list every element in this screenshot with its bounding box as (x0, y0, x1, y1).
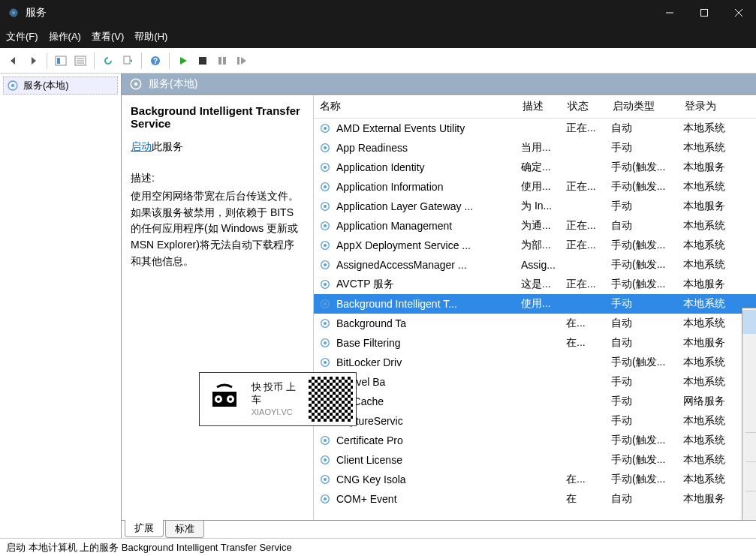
cell-startup-type: 自动 (611, 317, 683, 330)
menu-view[interactable]: 查看(V) (92, 30, 124, 44)
table-row[interactable]: Background Ta在...自动本地系统 (314, 314, 756, 333)
menu-file[interactable]: 文件(F) (6, 30, 38, 44)
cell-name: nchCache (336, 395, 521, 407)
gear-icon (7, 80, 19, 92)
tab-extended[interactable]: 扩展 (125, 520, 164, 537)
ctx-start[interactable]: 启动(S) (742, 310, 756, 334)
help-button[interactable]: ? (146, 52, 164, 70)
col-header-status[interactable]: 状态 (562, 95, 607, 118)
tab-standard[interactable]: 标准 (165, 521, 204, 538)
svg-point-21 (134, 82, 138, 86)
cell-startup-type: 手动 (611, 297, 683, 311)
cell-name: Application Layer Gateway ... (336, 200, 521, 212)
menu-help[interactable]: 帮助(H) (134, 30, 167, 44)
table-row[interactable]: Certificate Pro手动(触发...本地系统 (314, 431, 756, 450)
col-header-start[interactable]: 启动类型 (607, 95, 679, 118)
tree-item-services-local[interactable]: 服务(本地) (3, 77, 118, 95)
show-hide-console-button[interactable] (52, 52, 70, 70)
svg-point-25 (324, 146, 327, 149)
svg-point-55 (324, 439, 327, 442)
cell-description: 确定... (521, 161, 566, 174)
table-row[interactable]: COM+ Event在自动本地服务 (314, 489, 756, 509)
start-link[interactable]: 启动 (131, 140, 152, 152)
detail-title: Background Intelligent Transfer Service (131, 104, 304, 130)
col-header-desc[interactable]: 描述 (517, 95, 562, 118)
titlebar: 服务 (0, 0, 756, 26)
table-row[interactable]: AppX Deployment Service ...为部...正在...手动(… (314, 236, 756, 255)
app-icon (8, 7, 20, 19)
cell-description: 使用... (521, 297, 566, 311)
table-row[interactable]: AVCTP 服务这是...正在...手动(触发...本地服务 (314, 275, 756, 294)
minimize-button[interactable] (652, 0, 687, 26)
cell-status: 在 (566, 492, 611, 506)
table-row[interactable]: Application Identity确定...手动(触发...本地服务 (314, 158, 756, 177)
cell-name: k Level Ba (336, 376, 521, 388)
table-row[interactable]: Application Information使用...正在...手动(触发..… (314, 177, 756, 197)
svg-point-29 (324, 185, 327, 188)
cell-startup-type: 手动(触发... (611, 453, 683, 467)
table-row[interactable]: App Readiness当用...手动本地系统 (314, 138, 756, 158)
restart-button[interactable] (233, 52, 251, 70)
menu-action[interactable]: 操作(A) (49, 30, 81, 44)
gear-icon (318, 453, 332, 467)
table-row[interactable]: Client License手动(触发...本地系统 (314, 450, 756, 470)
ctx-alltasks[interactable]: 所有任务(K)▶ (742, 435, 756, 459)
table-row[interactable]: AMD External Events Utility正在...自动本地系统 (314, 119, 756, 138)
svg-point-47 (324, 361, 327, 364)
gear-icon (318, 473, 332, 486)
detail-desc-label: 描述: (131, 172, 304, 185)
pane-header: 服务(本地) (122, 74, 756, 95)
table-row[interactable]: CNG Key Isola在...手动(触发...本地系统 (314, 470, 756, 489)
svg-point-19 (11, 84, 14, 87)
table-row[interactable]: Application Management为通...正在...自动本地系统 (314, 216, 756, 236)
svg-point-23 (324, 127, 327, 130)
pause-button[interactable] (213, 52, 231, 70)
table-row[interactable]: k Level Ba手动本地系统 (314, 372, 756, 392)
toolbar: ? (0, 48, 756, 74)
gear-icon (318, 434, 332, 447)
cell-name: CaptureServic (336, 415, 521, 427)
cell-logon-as: 本地系统 (683, 141, 751, 155)
table-row[interactable]: nchCache手动网络服务 (314, 392, 756, 411)
cell-startup-type: 手动(触发... (611, 356, 683, 369)
service-table: 名称 描述 状态 启动类型 登录为 AMD External Events Ut… (314, 95, 756, 520)
cell-startup-type: 手动 (611, 395, 683, 408)
start-link-suffix: 此服务 (152, 140, 183, 152)
close-button[interactable] (721, 0, 756, 26)
cell-name: Application Information (336, 181, 521, 193)
svg-point-65 (217, 398, 220, 401)
stop-button[interactable] (194, 52, 212, 70)
col-header-name[interactable]: 名称 (314, 95, 517, 118)
ctx-pause: 暂停(U) (742, 358, 756, 382)
play-button[interactable] (174, 52, 192, 70)
export-button[interactable] (119, 52, 137, 70)
table-row[interactable]: Base Filtering在...自动本地服务 (314, 333, 756, 353)
ctx-stop: 停止(O) (742, 334, 756, 358)
ctx-refresh[interactable]: 刷新(F) (742, 464, 756, 488)
detail-pane: Background Intelligent Transfer Service … (122, 95, 314, 520)
watermark-line1: 快 投币 上车 (251, 381, 305, 407)
table-row[interactable]: CaptureServic手动本地系统 (314, 411, 756, 431)
gear-icon (318, 258, 332, 272)
maximize-button[interactable] (687, 0, 721, 26)
properties-button[interactable] (71, 52, 89, 70)
cell-startup-type: 自动 (611, 219, 683, 233)
cell-description: 使用... (521, 180, 566, 194)
refresh-button[interactable] (99, 52, 117, 70)
cell-name: Application Management (336, 220, 521, 232)
window-title: 服务 (26, 6, 652, 20)
forward-button[interactable] (24, 52, 42, 70)
table-row[interactable]: AssignedAccessManager ...Assig...手动(触发..… (314, 255, 756, 275)
table-row[interactable]: Background Intelligent T...使用...手动本地系统 (314, 294, 756, 314)
col-header-logon[interactable]: 登录为 (679, 95, 746, 118)
back-button[interactable] (5, 52, 23, 70)
table-row[interactable]: BitLocker Driv手动(触发...本地系统 (314, 353, 756, 372)
gear-icon (318, 317, 332, 330)
cell-description: 为通... (521, 219, 566, 233)
gear-icon (318, 180, 332, 194)
ctx-properties[interactable]: 属性(R) (742, 494, 756, 518)
cell-logon-as: 本地系统 (683, 434, 751, 447)
cell-description: 当用... (521, 141, 566, 155)
cell-logon-as: 本地系统 (683, 297, 751, 311)
table-row[interactable]: Application Layer Gateway ...为 In...手动本地… (314, 197, 756, 216)
